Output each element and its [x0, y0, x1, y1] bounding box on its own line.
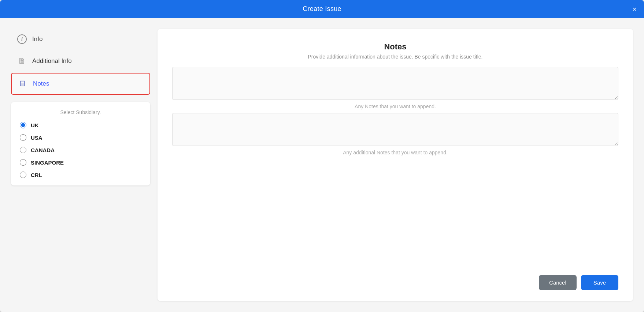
modal-body: i Info 🗎 Additional Info 🗏 Notes Sele [0, 18, 644, 312]
modal-header: Create Issue × [0, 0, 644, 18]
radio-crl-input[interactable] [20, 172, 26, 178]
sidebar-item-info-label: Info [32, 35, 42, 43]
sidebar-item-additional-info-label: Additional Info [32, 57, 72, 65]
radio-uk[interactable]: UK [20, 122, 141, 128]
sidebar-item-notes-label: Notes [33, 80, 49, 87]
info-icon: i [17, 34, 27, 44]
radio-singapore-input[interactable] [20, 159, 26, 166]
radio-usa-label: USA [31, 135, 42, 141]
subsidiary-title: Select Subsidiary. [20, 109, 141, 115]
modal-title: Create Issue [303, 5, 341, 13]
radio-usa[interactable]: USA [20, 134, 141, 141]
radio-singapore[interactable]: SINGAPORE [20, 159, 141, 166]
save-button[interactable]: Save [581, 275, 618, 290]
append-label-2: Any additional Notes that you want to ap… [172, 150, 618, 155]
notes-textarea-1[interactable] [172, 67, 618, 100]
close-button[interactable]: × [632, 5, 637, 13]
content-subtitle: Provide additional information about the… [172, 54, 618, 60]
radio-crl-label: CRL [31, 172, 42, 178]
sidebar-item-additional-info[interactable]: 🗎 Additional Info [11, 51, 150, 71]
radio-canada[interactable]: CANADA [20, 147, 141, 153]
radio-crl[interactable]: CRL [20, 172, 141, 178]
radio-uk-label: UK [31, 122, 39, 128]
radio-usa-input[interactable] [20, 134, 26, 141]
create-issue-modal: Create Issue × i Info 🗎 Additional Info [0, 0, 644, 312]
radio-canada-input[interactable] [20, 147, 26, 153]
footer-buttons: Cancel Save [172, 268, 618, 290]
sidebar-item-notes[interactable]: 🗏 Notes [11, 73, 150, 95]
content-panel: Notes Provide additional information abo… [158, 29, 633, 301]
radio-singapore-label: SINGAPORE [31, 159, 64, 166]
doc-icon: 🗎 [17, 56, 27, 66]
sidebar: i Info 🗎 Additional Info 🗏 Notes Sele [11, 29, 150, 301]
notes-textarea-2[interactable] [172, 113, 618, 146]
cancel-button[interactable]: Cancel [539, 275, 577, 290]
subsidiary-radio-group: UK USA CANADA SINGAPORE [20, 122, 141, 178]
sidebar-item-info[interactable]: i Info [11, 29, 150, 49]
content-title: Notes [172, 42, 618, 52]
radio-uk-input[interactable] [20, 122, 26, 128]
subsidiary-box: Select Subsidiary. UK USA CANADA [11, 102, 150, 185]
radio-canada-label: CANADA [31, 147, 55, 153]
note-icon: 🗏 [18, 79, 28, 89]
append-label-1: Any Notes that you want to append. [172, 104, 618, 109]
